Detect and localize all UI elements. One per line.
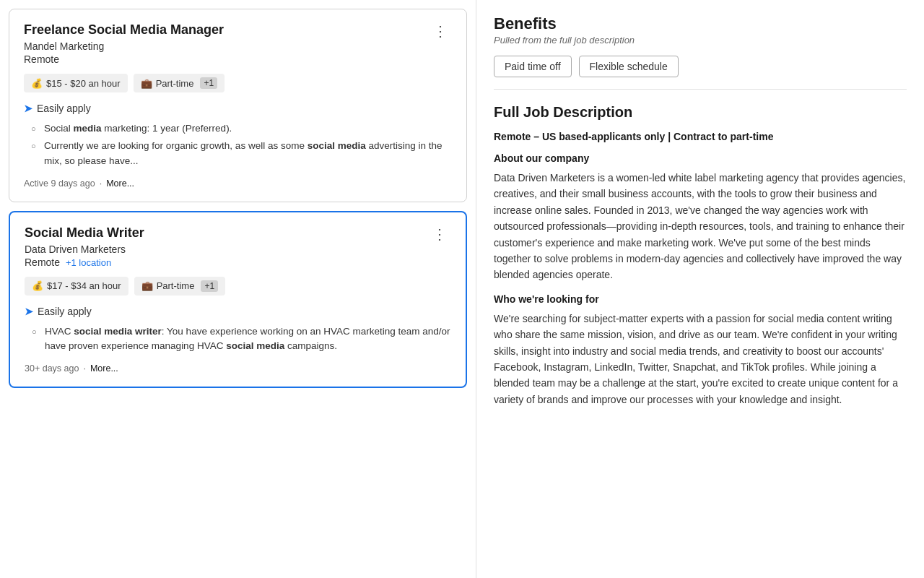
job2-company: Data Driven Marketers (25, 243, 144, 255)
job1-bullets: Social media marketing: 1 year (Preferre… (31, 121, 452, 168)
job2-type: Part-time (157, 280, 195, 291)
full-desc-title: Full Job Description (494, 104, 907, 121)
benefits-subtitle: Pulled from the full job description (494, 35, 907, 46)
apply2-arrow-icon: ➤ (25, 306, 33, 317)
job1-footer: Active 9 days ago · More... (24, 178, 452, 189)
job2-type-tag: 💼 Part-time +1 (134, 277, 225, 296)
jobtype2-icon: 💼 (141, 280, 153, 291)
job1-company: Mandel Marketing (24, 40, 224, 52)
job-card-2[interactable]: Social Media Writer Data Driven Marketer… (9, 211, 467, 389)
job2-type-count: +1 (201, 280, 218, 292)
job2-title: Social Media Writer (25, 225, 144, 241)
job1-location: Remote (24, 53, 224, 65)
job1-title: Freelance Social Media Manager (24, 22, 224, 38)
job-detail-panel: Benefits Pulled from the full job descri… (476, 0, 924, 578)
job1-salary-tag: 💰 $15 - $20 an hour (24, 74, 128, 92)
job1-apply-label: Easily apply (37, 103, 91, 114)
job2-date: 30+ days ago (25, 363, 79, 374)
job2-salary-tag: 💰 $17 - $34 an hour (25, 277, 128, 296)
job1-bullet-1: Social media marketing: 1 year (Preferre… (31, 121, 452, 136)
card1-menu-button[interactable]: ⋮ (429, 22, 452, 40)
about-company-title: About our company (494, 152, 907, 164)
job1-date: Active 9 days ago (24, 178, 95, 189)
who-looking-text: We're searching for subject-matter exper… (494, 311, 907, 407)
job1-more-link[interactable]: More... (106, 178, 134, 189)
job2-easily-apply: ➤ Easily apply (25, 306, 451, 317)
job1-type-count: +1 (200, 77, 217, 89)
benefits-title: Benefits (494, 14, 907, 33)
job-card-1[interactable]: Freelance Social Media Manager Mandel Ma… (9, 9, 467, 202)
jobtype-icon: 💼 (141, 78, 152, 89)
job2-location: Remote +1 location (25, 256, 144, 268)
job2-salary: $17 - $34 an hour (47, 280, 121, 291)
job2-location-extra: +1 location (66, 257, 111, 268)
job-list-panel: Freelance Social Media Manager Mandel Ma… (0, 0, 476, 578)
job2-more-link[interactable]: More... (90, 363, 118, 374)
card2-menu-button[interactable]: ⋮ (428, 225, 451, 243)
desc-remote-line: Remote – US based-applicants only | Cont… (494, 131, 907, 142)
job1-type: Part-time (156, 78, 194, 89)
job2-footer: 30+ days ago · More... (25, 363, 451, 374)
salary-icon: 💰 (31, 78, 43, 89)
full-description-section: Full Job Description Remote – US based-a… (494, 104, 907, 407)
about-company-text: Data Driven Marketers is a women-led whi… (494, 170, 907, 283)
job1-type-tag: 💼 Part-time +1 (134, 74, 225, 92)
job1-tags: 💰 $15 - $20 an hour 💼 Part-time +1 (24, 74, 452, 92)
benefit-paid-time-off: Paid time off (494, 56, 572, 77)
benefits-section: Benefits Pulled from the full job descri… (494, 14, 907, 90)
job1-bullet-2: Currently we are looking for organic gro… (31, 139, 452, 168)
benefits-tags: Paid time off Flexible schedule (494, 56, 907, 77)
job1-salary: $15 - $20 an hour (46, 78, 121, 89)
job2-bullet-1: HVAC social media writer: You have exper… (32, 324, 451, 354)
job1-easily-apply: ➤ Easily apply (24, 103, 452, 114)
salary2-icon: 💰 (32, 280, 43, 291)
apply-arrow-icon: ➤ (24, 103, 32, 114)
card1-header: Freelance Social Media Manager Mandel Ma… (24, 22, 452, 65)
job2-bullets: HVAC social media writer: You have exper… (32, 324, 451, 354)
card2-header: Social Media Writer Data Driven Marketer… (25, 225, 451, 268)
benefit-flexible-schedule: Flexible schedule (579, 56, 679, 77)
job2-apply-label: Easily apply (38, 306, 92, 317)
who-looking-title: Who we're looking for (494, 293, 907, 305)
job2-tags: 💰 $17 - $34 an hour 💼 Part-time +1 (25, 277, 451, 296)
